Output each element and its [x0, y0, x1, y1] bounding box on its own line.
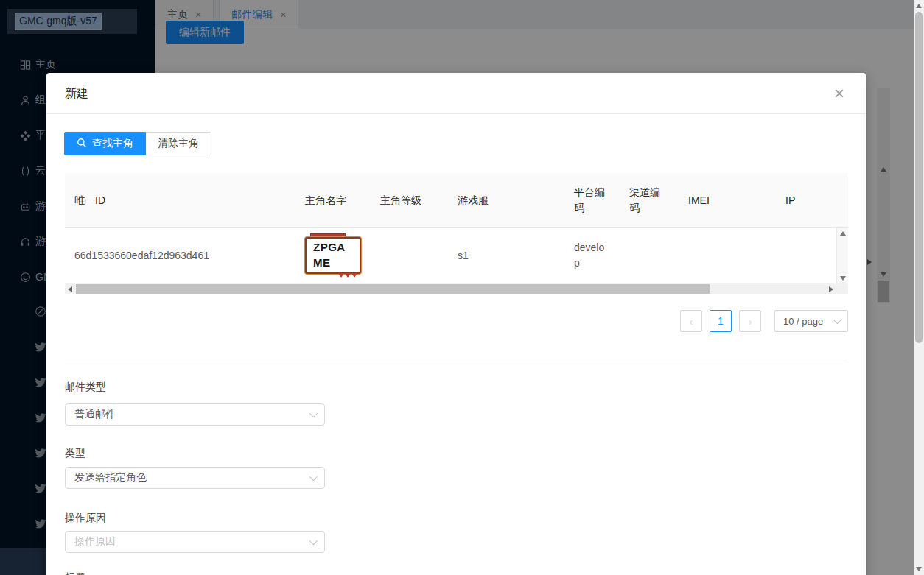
cell-platform_code: develop	[564, 228, 620, 283]
page-size-value: 10 / page	[783, 316, 823, 327]
scroll-down-icon[interactable]	[840, 276, 846, 281]
cell-imei	[679, 228, 776, 283]
column-header-channel_code: 渠道编码	[620, 173, 679, 227]
select-value: 操作原因	[74, 535, 116, 548]
scrollbar-thumb[interactable]	[76, 284, 710, 294]
find-role-label: 查找主角	[92, 137, 133, 150]
column-header-server: 游戏服	[448, 173, 564, 227]
scrollbar-corner	[836, 283, 848, 294]
chevron-down-icon	[833, 316, 841, 324]
clear-role-button[interactable]: 清除主角	[146, 132, 211, 155]
column-header-imei: IMEI	[679, 173, 776, 227]
column-header-ip: IP	[776, 173, 836, 227]
pagination-page-1[interactable]: 1	[710, 310, 732, 332]
field-label-邮件类型: 邮件类型	[65, 381, 106, 394]
column-header-name_badge: 主角名字	[295, 173, 371, 227]
pagination: ‹ 1 › 10 / page	[680, 310, 848, 332]
modal-header: 新建 ×	[46, 73, 866, 114]
select-操作原因[interactable]: 操作原因	[65, 531, 325, 553]
select-value: 发送给指定角色	[74, 471, 147, 484]
table-header-row: 唯一ID主角名字主角等级游戏服平台编码渠道编码IMEIIP	[65, 173, 848, 228]
role-table: 唯一ID主角名字主角等级游戏服平台编码渠道编码IMEIIP 66d1533660…	[65, 173, 848, 294]
search-icon	[77, 138, 87, 150]
clipped-title-label: 标题	[65, 571, 85, 575]
column-header-platform_code: 平台编码	[564, 173, 620, 227]
cell-ip	[776, 228, 836, 283]
select-类型[interactable]: 发送给指定角色	[65, 467, 325, 489]
browser-scrollbar[interactable]	[914, 0, 924, 575]
pagination-prev-button[interactable]: ‹	[680, 310, 702, 332]
cell-channel_code	[620, 228, 679, 283]
cell-unique_id: 66d1533660edaf12d963d461	[65, 228, 295, 283]
field-label-操作原因: 操作原因	[65, 512, 106, 525]
close-icon[interactable]: ×	[826, 80, 853, 107]
table-horizontal-scrollbar[interactable]	[65, 283, 836, 294]
cell-server: s1	[448, 228, 564, 283]
scrollbar-thumb[interactable]	[915, 12, 923, 343]
zpgame-logo: ZPGAME	[305, 237, 361, 274]
new-mail-modal: 新建 × 查找主角 清除主角 唯一ID主角名字主角等级游戏服平台编码渠道编码IM…	[46, 73, 866, 575]
pagination-next-button[interactable]: ›	[739, 310, 761, 332]
viewport: GMC-gmq版-v57 主页 组 平 云 游 游 GM 主页	[0, 0, 924, 575]
cell-name_badge: ZPGAME	[295, 228, 371, 283]
table-vertical-scrollbar[interactable]	[836, 228, 848, 283]
select-value: 普通邮件	[74, 408, 116, 421]
table-row[interactable]: 66d1533660edaf12d963d461 ZPGAME s1develo…	[65, 228, 836, 283]
role-search-buttons: 查找主角 清除主角	[64, 132, 211, 155]
cell-level	[371, 228, 448, 283]
modal-title: 新建	[65, 86, 88, 102]
chevron-down-icon	[309, 537, 318, 545]
scroll-up-icon[interactable]	[916, 4, 922, 8]
column-header-level: 主角等级	[371, 173, 448, 227]
select-邮件类型[interactable]: 普通邮件	[65, 403, 325, 426]
zpgame-logo-triangles	[338, 273, 357, 278]
scroll-up-icon[interactable]	[840, 231, 846, 236]
section-divider	[65, 361, 848, 361]
chevron-down-icon	[309, 473, 318, 481]
zpgame-logo-bar	[310, 233, 346, 236]
find-role-button[interactable]: 查找主角	[64, 132, 146, 155]
chevron-down-icon	[309, 409, 318, 417]
field-label-类型: 类型	[65, 447, 85, 460]
page-size-select[interactable]: 10 / page	[774, 310, 848, 332]
scroll-left-icon[interactable]	[68, 286, 72, 292]
zpgame-logo-text: ZPGAME	[313, 241, 346, 269]
scroll-down-icon[interactable]	[916, 567, 922, 571]
scroll-right-icon[interactable]	[829, 286, 833, 292]
column-header-unique_id: 唯一ID	[65, 173, 295, 227]
